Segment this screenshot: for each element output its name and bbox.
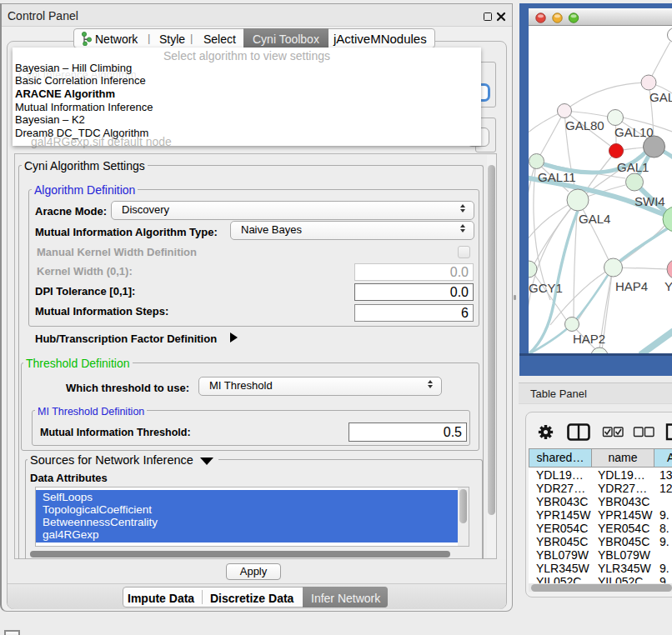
svg-text:SWI4: SWI4	[634, 194, 665, 208]
svg-text:GAL10: GAL10	[614, 125, 654, 139]
svg-text:GAL1: GAL1	[617, 160, 649, 174]
svg-text:GAL4: GAL4	[579, 212, 610, 226]
svg-text:Y: Y	[664, 279, 672, 293]
svg-text:GAL11: GAL11	[538, 170, 576, 184]
svg-text:GAL80: GAL80	[565, 118, 604, 132]
svg-text:HAP2: HAP2	[573, 332, 605, 346]
svg-text:HAP4: HAP4	[615, 279, 648, 293]
svg-text:GAL7: GAL7	[649, 90, 672, 104]
svg-text:GCY1: GCY1	[529, 281, 563, 295]
